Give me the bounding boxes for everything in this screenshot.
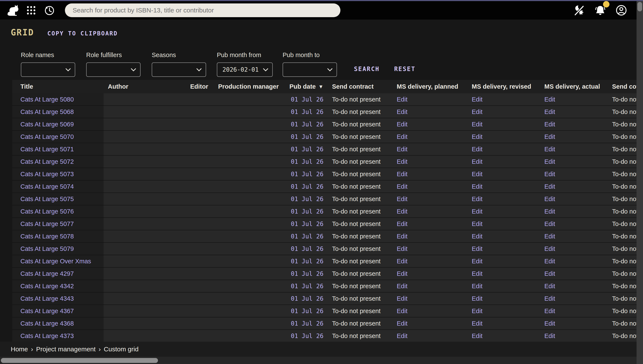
- ms-delivery-revised-edit-link[interactable]: Edit: [472, 170, 483, 178]
- ms-delivery-actual-edit-link[interactable]: Edit: [544, 96, 555, 103]
- ms-delivery-revised-edit-link[interactable]: Edit: [472, 295, 483, 302]
- column-header-send-cover[interactable]: Send cover: [608, 80, 636, 93]
- column-header-title[interactable]: Title: [12, 80, 104, 93]
- ms-delivery-revised-edit-link[interactable]: Edit: [472, 196, 483, 202]
- ms-delivery-revised-edit-link[interactable]: Edit: [472, 258, 483, 265]
- ms-delivery-actual-edit-link[interactable]: Edit: [544, 270, 555, 277]
- title-link[interactable]: Cats At Large 5076: [21, 208, 74, 215]
- ms-delivery-planned-edit-link[interactable]: Edit: [397, 320, 407, 327]
- seasons-select[interactable]: [152, 62, 206, 77]
- column-header-ms-delivery-actual[interactable]: MS delivery, actual: [540, 80, 608, 93]
- ms-delivery-revised-edit-link[interactable]: Edit: [472, 320, 483, 327]
- role-fulfillers-select[interactable]: [86, 62, 141, 77]
- title-link[interactable]: Cats At Large 4367: [21, 308, 74, 315]
- title-link[interactable]: Cats At Large 5071: [21, 146, 74, 153]
- ms-delivery-planned-edit-link[interactable]: Edit: [397, 108, 407, 116]
- ms-delivery-planned-edit-link[interactable]: Edit: [397, 196, 407, 202]
- ms-delivery-actual-edit-link[interactable]: Edit: [544, 208, 555, 215]
- title-link[interactable]: Cats At Large Over Xmas: [21, 258, 91, 265]
- ms-delivery-revised-edit-link[interactable]: Edit: [472, 146, 483, 153]
- title-link[interactable]: Cats At Large 4343: [21, 295, 74, 302]
- ms-delivery-revised-edit-link[interactable]: Edit: [472, 245, 483, 252]
- reset-button[interactable]: RESET: [394, 66, 415, 72]
- ms-delivery-revised-edit-link[interactable]: Edit: [472, 133, 483, 140]
- ms-delivery-revised-edit-link[interactable]: Edit: [472, 332, 483, 340]
- ms-delivery-actual-edit-link[interactable]: Edit: [544, 332, 555, 340]
- ms-delivery-actual-edit-link[interactable]: Edit: [544, 295, 555, 302]
- title-link[interactable]: Cats At Large 4368: [21, 320, 74, 327]
- ms-delivery-revised-edit-link[interactable]: Edit: [472, 308, 483, 315]
- title-link[interactable]: Cats At Large 5079: [21, 245, 74, 252]
- title-link[interactable]: Cats At Large 4342: [21, 283, 74, 290]
- ms-delivery-revised-edit-link[interactable]: Edit: [472, 183, 483, 190]
- ms-delivery-planned-edit-link[interactable]: Edit: [397, 220, 407, 228]
- ms-delivery-revised-edit-link[interactable]: Edit: [472, 121, 483, 128]
- horizontal-scrollbar[interactable]: [0, 357, 636, 364]
- title-link[interactable]: Cats At Large 5077: [21, 220, 74, 228]
- title-link[interactable]: Cats At Large 5069: [21, 121, 74, 128]
- title-link[interactable]: Cats At Large 5068: [21, 108, 74, 116]
- title-link[interactable]: Cats At Large 4373: [21, 332, 74, 340]
- ms-delivery-revised-edit-link[interactable]: Edit: [472, 108, 483, 116]
- role-names-select[interactable]: [21, 62, 75, 77]
- search-bar[interactable]: [65, 4, 340, 17]
- ms-delivery-planned-edit-link[interactable]: Edit: [397, 270, 407, 277]
- ms-delivery-actual-edit-link[interactable]: Edit: [544, 158, 555, 165]
- horizontal-scrollbar-thumb[interactable]: [1, 358, 158, 363]
- vertical-scrollbar-thumb[interactable]: [637, 2, 642, 12]
- ms-delivery-planned-edit-link[interactable]: Edit: [397, 245, 407, 252]
- breadcrumb-item-project-management[interactable]: Project management: [36, 346, 96, 352]
- ms-delivery-actual-edit-link[interactable]: Edit: [544, 233, 555, 240]
- column-header-send-contract[interactable]: Send contract: [326, 80, 392, 93]
- ms-delivery-actual-edit-link[interactable]: Edit: [544, 133, 555, 140]
- ms-delivery-revised-edit-link[interactable]: Edit: [472, 270, 483, 277]
- column-header-editor[interactable]: Editor: [186, 80, 214, 93]
- breadcrumb-item-home[interactable]: Home: [11, 346, 28, 352]
- ms-delivery-revised-edit-link[interactable]: Edit: [472, 233, 483, 240]
- ms-delivery-actual-edit-link[interactable]: Edit: [544, 220, 555, 228]
- ms-delivery-actual-edit-link[interactable]: Edit: [544, 258, 555, 265]
- ms-delivery-actual-edit-link[interactable]: Edit: [544, 183, 555, 190]
- ms-delivery-planned-edit-link[interactable]: Edit: [397, 258, 407, 265]
- ms-delivery-planned-edit-link[interactable]: Edit: [397, 121, 407, 128]
- title-link[interactable]: Cats At Large 5075: [21, 196, 74, 202]
- ms-delivery-planned-edit-link[interactable]: Edit: [397, 133, 407, 140]
- ms-delivery-planned-edit-link[interactable]: Edit: [397, 170, 407, 178]
- cat-logo-icon[interactable]: [7, 4, 20, 17]
- ms-delivery-revised-edit-link[interactable]: Edit: [472, 220, 483, 228]
- ms-delivery-actual-edit-link[interactable]: Edit: [544, 121, 555, 128]
- ms-delivery-revised-edit-link[interactable]: Edit: [472, 96, 483, 103]
- account-icon[interactable]: [615, 4, 628, 17]
- ms-delivery-planned-edit-link[interactable]: Edit: [397, 308, 407, 315]
- apps-grid-icon[interactable]: [25, 4, 38, 17]
- column-header-ms-delivery-revised[interactable]: MS delivery, revised: [468, 80, 540, 93]
- notifications-bell-icon[interactable]: [594, 4, 607, 17]
- column-header-author[interactable]: Author: [104, 80, 186, 93]
- title-link[interactable]: Cats At Large 5078: [21, 233, 74, 240]
- search-input[interactable]: [73, 7, 333, 14]
- theme-toggle-icon[interactable]: [572, 4, 586, 17]
- ms-delivery-revised-edit-link[interactable]: Edit: [472, 158, 483, 165]
- copy-to-clipboard-button[interactable]: COPY TO CLIPBOARD: [47, 30, 118, 37]
- title-link[interactable]: Cats At Large 5074: [21, 183, 74, 190]
- ms-delivery-actual-edit-link[interactable]: Edit: [544, 283, 555, 290]
- ms-delivery-actual-edit-link[interactable]: Edit: [544, 146, 555, 153]
- title-link[interactable]: Cats At Large 5073: [21, 170, 74, 178]
- ms-delivery-actual-edit-link[interactable]: Edit: [544, 308, 555, 315]
- ms-delivery-actual-edit-link[interactable]: Edit: [544, 245, 555, 252]
- ms-delivery-planned-edit-link[interactable]: Edit: [397, 295, 407, 302]
- ms-delivery-planned-edit-link[interactable]: Edit: [397, 233, 407, 240]
- ms-delivery-planned-edit-link[interactable]: Edit: [397, 283, 407, 290]
- ms-delivery-revised-edit-link[interactable]: Edit: [472, 208, 483, 215]
- ms-delivery-planned-edit-link[interactable]: Edit: [397, 332, 407, 340]
- column-header-pub-date[interactable]: Pub date▼: [279, 80, 326, 93]
- title-link[interactable]: Cats At Large 5080: [21, 96, 74, 103]
- ms-delivery-revised-edit-link[interactable]: Edit: [472, 283, 483, 290]
- ms-delivery-planned-edit-link[interactable]: Edit: [397, 146, 407, 153]
- pub-month-to-select[interactable]: [283, 62, 337, 77]
- ms-delivery-actual-edit-link[interactable]: Edit: [544, 170, 555, 178]
- column-header-production-manager[interactable]: Production manager: [214, 80, 279, 93]
- ms-delivery-actual-edit-link[interactable]: Edit: [544, 320, 555, 327]
- ms-delivery-planned-edit-link[interactable]: Edit: [397, 158, 407, 165]
- column-header-ms-delivery-planned[interactable]: MS delivery, planned: [392, 80, 468, 93]
